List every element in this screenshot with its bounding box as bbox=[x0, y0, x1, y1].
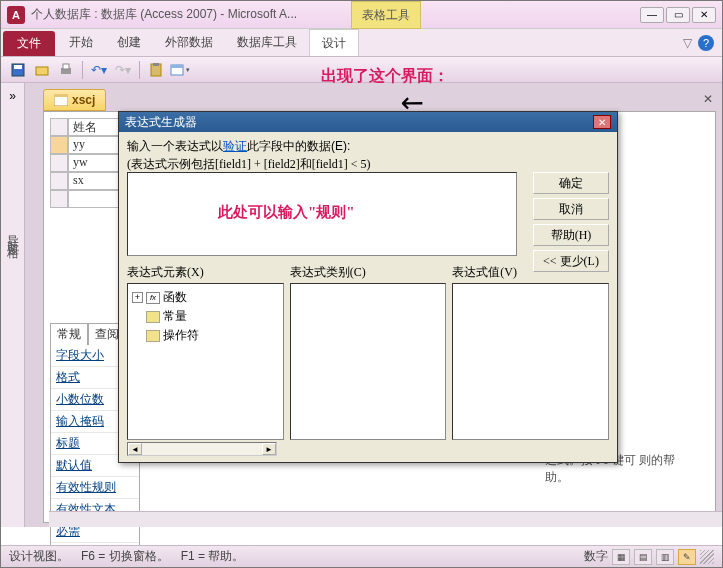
ok-button[interactable]: 确定 bbox=[533, 172, 609, 194]
validate-link[interactable]: 验证 bbox=[223, 139, 247, 153]
tree-operators[interactable]: 操作符 bbox=[146, 326, 279, 345]
expression-input[interactable]: 此处可以输入"规则" bbox=[127, 172, 517, 256]
help-button[interactable]: 帮助(H) bbox=[533, 224, 609, 246]
contextual-tab-label: 表格工具 bbox=[351, 1, 421, 29]
nav-pane-collapsed: » 导航窗格 bbox=[1, 83, 25, 527]
horizontal-scrollbar[interactable] bbox=[49, 511, 722, 527]
annotation-expr: 此处可以输入"规则" bbox=[218, 203, 355, 222]
dialog-close-button[interactable]: ✕ bbox=[593, 115, 611, 129]
maximize-button[interactable]: ▭ bbox=[666, 7, 690, 23]
dialog-title: 表达式生成器 bbox=[125, 114, 197, 131]
tab-external-data[interactable]: 外部数据 bbox=[153, 29, 225, 56]
svg-rect-8 bbox=[171, 65, 183, 68]
redo-icon[interactable]: ↷▾ bbox=[112, 60, 134, 80]
minimize-button[interactable]: ― bbox=[640, 7, 664, 23]
tab-create[interactable]: 创建 bbox=[105, 29, 153, 56]
close-button[interactable]: ✕ bbox=[692, 7, 716, 23]
prop-tab-general[interactable]: 常规 bbox=[50, 323, 88, 345]
open-icon[interactable] bbox=[31, 60, 53, 80]
elements-label: 表达式元素(X) bbox=[127, 264, 284, 281]
values-list[interactable] bbox=[452, 283, 609, 440]
paste-icon[interactable] bbox=[145, 60, 167, 80]
object-tab-label: xscj bbox=[72, 93, 95, 107]
categories-list[interactable] bbox=[290, 283, 447, 440]
tab-db-tools[interactable]: 数据库工具 bbox=[225, 29, 309, 56]
dialog-hscrollbar[interactable]: ◄► bbox=[127, 442, 277, 456]
svg-rect-2 bbox=[36, 67, 48, 75]
svg-rect-6 bbox=[153, 63, 159, 66]
svg-rect-4 bbox=[63, 64, 69, 69]
status-text: 设计视图。 F6 = 切换窗格。 F1 = 帮助。 bbox=[9, 548, 244, 565]
ribbon-tabs: 文件 开始 创建 外部数据 数据库工具 设计 ▽ ? bbox=[1, 29, 722, 57]
expression-builder-dialog: 表达式生成器 ✕ 输入一个表达式以验证此字段中的数据(E): (表达式示例包括[… bbox=[118, 111, 618, 463]
dialog-prompt: 输入一个表达式以验证此字段中的数据(E): bbox=[127, 138, 609, 155]
categories-label: 表达式类别(C) bbox=[290, 264, 447, 281]
cancel-button[interactable]: 取消 bbox=[533, 198, 609, 220]
nav-pane-toggle[interactable]: » bbox=[4, 87, 22, 105]
object-tab-xscj[interactable]: xscj bbox=[43, 89, 106, 111]
tab-design[interactable]: 设计 bbox=[309, 29, 359, 56]
view-pivot-icon[interactable]: ▤ bbox=[634, 549, 652, 565]
object-close-icon[interactable]: ✕ bbox=[700, 91, 716, 107]
dialog-hint: (表达式示例包括[field1] + [field2]和[field1] < 5… bbox=[127, 156, 609, 173]
tab-home[interactable]: 开始 bbox=[57, 29, 105, 56]
status-mode: 数字 bbox=[584, 548, 608, 565]
tree-constants[interactable]: 常量 bbox=[146, 307, 279, 326]
ribbon-minimize-icon[interactable]: ▽ bbox=[683, 36, 692, 50]
file-tab[interactable]: 文件 bbox=[3, 31, 55, 56]
svg-rect-10 bbox=[54, 94, 68, 97]
status-bar: 设计视图。 F6 = 切换窗格。 F1 = 帮助。 数字 ▦ ▤ ▥ ✎ bbox=[1, 545, 722, 567]
nav-pane-label: 导航窗格 bbox=[4, 225, 21, 241]
elements-tree[interactable]: +fx函数 常量 操作符 bbox=[127, 283, 284, 440]
window-title: 个人数据库 : 数据库 (Access 2007) - Microsoft A.… bbox=[31, 6, 640, 23]
help-icon[interactable]: ? bbox=[698, 35, 714, 51]
view-datasheet-icon[interactable]: ▦ bbox=[612, 549, 630, 565]
dialog-titlebar[interactable]: 表达式生成器 ✕ bbox=[119, 112, 617, 132]
quick-print-icon[interactable] bbox=[55, 60, 77, 80]
view-chart-icon[interactable]: ▥ bbox=[656, 549, 674, 565]
tree-functions[interactable]: +fx函数 bbox=[132, 288, 279, 307]
resize-grip[interactable] bbox=[700, 550, 714, 564]
view-icon[interactable]: ▾ bbox=[169, 60, 191, 80]
svg-rect-1 bbox=[14, 65, 22, 69]
values-label: 表达式值(V) bbox=[452, 264, 609, 281]
app-icon: A bbox=[7, 6, 25, 24]
save-icon[interactable] bbox=[7, 60, 29, 80]
view-design-icon[interactable]: ✎ bbox=[678, 549, 696, 565]
prop-validation-rule[interactable]: 有效性规则 bbox=[51, 477, 139, 499]
undo-icon[interactable]: ↶▾ bbox=[88, 60, 110, 80]
annotation-top: 出现了这个界面： bbox=[321, 66, 449, 87]
